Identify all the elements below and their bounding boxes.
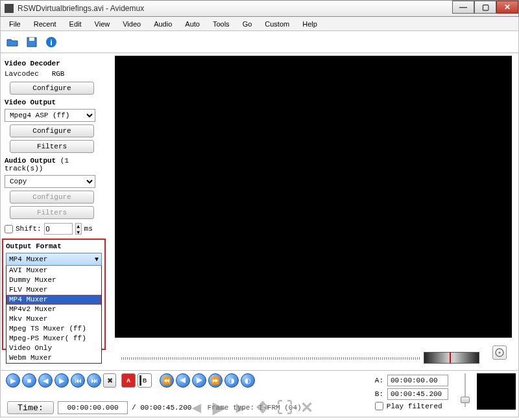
svg-point-5 (499, 352, 501, 354)
opt-webm[interactable]: Webm Muxer (6, 353, 101, 363)
audio-output-filters-button[interactable]: Filters (10, 206, 94, 219)
opt-mpegps[interactable]: Mpeg-PS Muxer( ff) (6, 334, 101, 344)
output-format-dropdown[interactable]: MP4 Muxer ▼ AVI Muxer Dummy Muxer FLV Mu… (6, 253, 102, 364)
goto-end-button[interactable]: ⏩ (208, 373, 223, 388)
shift-unit: ms (84, 225, 93, 233)
open-icon[interactable] (4, 34, 21, 51)
output-format-selected: MP4 Muxer (9, 255, 47, 263)
close-button[interactable]: ✕ (496, 1, 518, 14)
opt-dummy[interactable]: Dummy Muxer (6, 275, 101, 285)
sidebar: Video Decoder Lavcodec RGB Configure Vid… (1, 53, 112, 370)
bottom-bar: ▶ ■ ◀ ▶ ⏮ ⏭ ✖ A B ⏪ ⯇ ⯈ ⏩ ◑ ◐ Time: 00:0… (0, 371, 519, 417)
menu-bar: File Recent Edit View Video Audio Auto T… (0, 17, 519, 31)
minimize-button[interactable]: — (452, 1, 474, 14)
audio-output-title: Audio Output (1 track(s)) (5, 157, 108, 172)
menu-audio[interactable]: Audio (148, 19, 178, 29)
maximize-button[interactable]: ▢ (474, 1, 496, 14)
info-icon[interactable]: i (43, 34, 60, 51)
output-format-title: Output Format (6, 242, 102, 250)
audio-output-configure-button[interactable]: Configure (10, 191, 94, 204)
overlay-close-icon: ✕ (298, 399, 316, 417)
output-format-section: Output Format MP4 Muxer ▼ AVI Muxer Dumm… (2, 239, 106, 350)
shift-label: Shift: (16, 225, 42, 233)
video-output-filters-button[interactable]: Filters (10, 140, 94, 153)
menu-tools[interactable]: Tools (207, 19, 235, 29)
next-black-button[interactable]: ◐ (241, 373, 255, 388)
svg-text:i: i (50, 38, 53, 47)
goto-marker-a-button[interactable]: ⯇ (176, 373, 190, 388)
stop-button[interactable]: ■ (22, 373, 36, 388)
overlay-expand-icon: ⛶ (276, 399, 294, 417)
time-value[interactable]: 00:00:00.000 (58, 401, 128, 414)
video-decoder-configure-button[interactable]: Configure (10, 82, 94, 95)
shift-checkbox[interactable] (5, 225, 13, 233)
video-frame (115, 56, 512, 338)
timeline-slider[interactable] (121, 357, 421, 361)
video-output-configure-button[interactable]: Configure (10, 124, 94, 137)
menu-view[interactable]: View (89, 19, 116, 29)
marker-b-label: B: (375, 390, 383, 398)
video-output-select[interactable]: Mpeg4 ASP (ff) (5, 109, 95, 122)
preview-area (112, 53, 518, 370)
volume-slider[interactable] (460, 373, 470, 407)
app-icon (5, 4, 14, 13)
menu-custom[interactable]: Custom (259, 19, 295, 29)
set-marker-a-button[interactable]: A (121, 373, 136, 388)
menu-recent[interactable]: Recent (28, 19, 62, 29)
chevron-down-icon: ▼ (95, 256, 99, 263)
opt-mp4v2[interactable]: MP4v2 Muxer (6, 305, 101, 314)
window-titlebar: RSWDvirtualbriefings.avi - Avidemux — ▢ … (0, 0, 519, 17)
opt-mkv[interactable]: Mkv Muxer (6, 314, 101, 324)
window-title: RSWDvirtualbriefings.avi - Avidemux (18, 4, 452, 13)
menu-go[interactable]: Go (237, 19, 258, 29)
shift-input[interactable] (44, 223, 73, 235)
thumbnail-preview (477, 373, 516, 410)
marker-b-value: 00:00:45.200 (387, 388, 448, 400)
shift-spinner[interactable]: ▲▼ (75, 223, 82, 235)
play-filtered-label: Play filtered (387, 402, 442, 410)
video-decoder-title: Video Decoder (5, 60, 108, 67)
toolbar: i (0, 31, 519, 53)
output-format-list: AVI Muxer Dummy Muxer FLV Muxer MP4 Muxe… (6, 266, 102, 364)
svg-rect-1 (29, 38, 34, 41)
audio-output-select[interactable]: Copy (5, 175, 95, 188)
next-keyframe-button[interactable]: ⏭ (87, 373, 101, 388)
overlay-right-icon: ► (232, 399, 250, 417)
opt-videoonly[interactable]: Video Only (6, 344, 101, 353)
save-icon[interactable] (23, 34, 40, 51)
delete-button[interactable]: ✖ (103, 373, 116, 388)
menu-video[interactable]: Video (117, 19, 147, 29)
prev-black-button[interactable]: ◑ (224, 373, 239, 388)
marker-a-value: 00:00:00.00 (387, 375, 448, 386)
duration-label: / 00:00:45.200 (132, 404, 191, 412)
menu-auto[interactable]: Auto (179, 19, 206, 29)
goto-marker-b-button[interactable]: ⯈ (192, 373, 206, 388)
opt-avi[interactable]: AVI Muxer (6, 266, 101, 275)
opt-mp4[interactable]: MP4 Muxer (6, 295, 101, 305)
next-frame-button[interactable]: ▶ (54, 373, 69, 388)
video-output-title: Video Output (5, 99, 108, 106)
time-button[interactable]: Time: (7, 401, 54, 414)
play-button[interactable]: ▶ (6, 373, 20, 388)
marker-a-label: A: (375, 377, 383, 384)
menu-help[interactable]: Help (296, 19, 323, 29)
overlay-nav-icons: ◄ ▶ ► ✥ ⛶ ✕ (187, 399, 316, 417)
opt-flv[interactable]: FLV Muxer (6, 285, 101, 295)
menu-edit[interactable]: Edit (64, 19, 88, 29)
goto-start-button[interactable]: ⏪ (160, 373, 174, 388)
play-filtered-checkbox[interactable] (375, 402, 383, 410)
overlay-move-icon: ✥ (254, 399, 272, 417)
set-marker-b-button[interactable]: B (138, 373, 152, 388)
menu-file[interactable]: File (3, 19, 27, 29)
overlay-play-icon: ▶ (210, 399, 228, 417)
prev-keyframe-button[interactable]: ⏮ (71, 373, 85, 388)
overlay-left-icon: ◄ (187, 399, 206, 417)
video-decoder-info: Lavcodec RGB (5, 70, 108, 78)
opt-mpegts[interactable]: Mpeg TS Muxer (ff) (6, 324, 101, 334)
disc-icon[interactable] (492, 345, 507, 360)
prev-frame-button[interactable]: ◀ (38, 373, 53, 388)
nav-segment[interactable] (424, 352, 479, 364)
